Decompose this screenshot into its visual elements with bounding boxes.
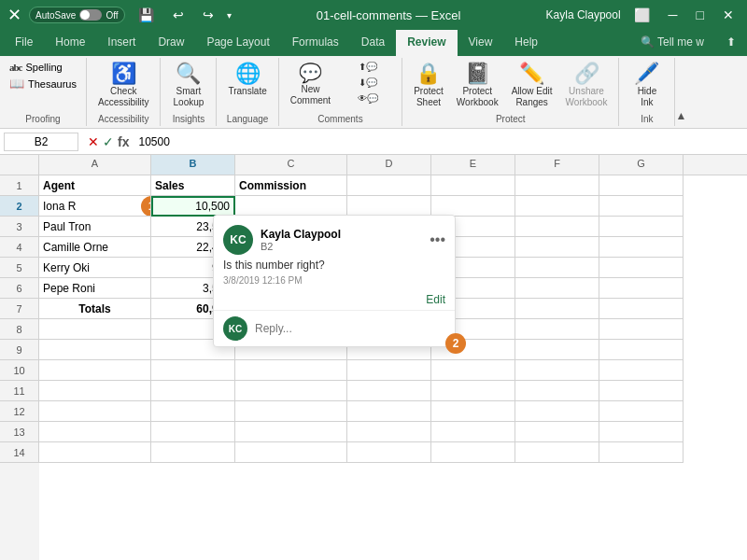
comment-edit-button[interactable]: Edit [214, 293, 455, 310]
check-accessibility-button[interactable]: ♿ CheckAccessibility [92, 60, 154, 112]
redo-button[interactable]: ↪ [197, 6, 219, 24]
row-header-7[interactable]: 7 [0, 299, 39, 319]
tell-me-box[interactable]: 🔍 Tell me w [629, 30, 715, 56]
cell-a12[interactable] [39, 401, 151, 422]
tab-view[interactable]: View [458, 30, 504, 56]
allow-edit-ranges-button[interactable]: ✏️ Allow EditRanges [506, 60, 558, 112]
cell-g5[interactable] [599, 258, 684, 278]
unshare-workbook-button[interactable]: 🔗 UnshareWorkbook [560, 60, 613, 112]
close-button[interactable]: ✕ [717, 6, 740, 24]
cell-c11[interactable] [235, 381, 347, 401]
row-header-8[interactable]: 8 [0, 319, 39, 340]
hide-ink-button[interactable]: 🖊️ HideInk [628, 60, 665, 112]
cell-g13[interactable] [599, 422, 684, 442]
insert-function-icon[interactable]: fx [118, 134, 129, 149]
cell-g8[interactable] [599, 319, 684, 340]
cell-c10[interactable] [235, 360, 347, 381]
smart-lookup-button[interactable]: 🔍 SmartLookup [168, 60, 210, 112]
maximize-button[interactable]: □ [691, 6, 710, 24]
cell-d13[interactable] [347, 422, 431, 442]
corner-cell[interactable] [0, 155, 39, 175]
undo-button[interactable]: ↩ [167, 6, 190, 24]
col-header-b[interactable]: B [151, 155, 235, 175]
next-comment-button[interactable]: ⬇💬 [340, 76, 396, 90]
tab-help[interactable]: Help [503, 30, 549, 56]
cell-g9[interactable] [599, 340, 684, 360]
cell-b12[interactable] [151, 401, 235, 422]
share-button[interactable]: ⬆ [715, 30, 747, 56]
autosave-toggle-switch[interactable] [79, 9, 102, 21]
row-header-10[interactable]: 10 [0, 360, 39, 381]
cell-a2[interactable]: Iona R 1 [39, 196, 151, 217]
cell-e1[interactable] [431, 175, 515, 196]
cell-d14[interactable] [347, 442, 431, 463]
translate-button[interactable]: 🌐 Translate [222, 60, 272, 101]
cell-c14[interactable] [235, 442, 347, 463]
cancel-formula-icon[interactable]: ✕ [88, 134, 99, 149]
cell-d10[interactable] [347, 360, 431, 381]
cell-a6[interactable]: Pepe Roni [39, 278, 151, 299]
prev-comment-button[interactable]: ⬆💬 [340, 60, 396, 74]
row-header-1[interactable]: 1 [0, 175, 39, 196]
formula-input[interactable] [134, 133, 743, 150]
row-header-9[interactable]: 9 [0, 340, 39, 360]
row-header-5[interactable]: 5 [0, 258, 39, 278]
cell-a5[interactable]: Kerry Oki [39, 258, 151, 278]
cell-g1[interactable] [599, 175, 684, 196]
row-header-12[interactable]: 12 [0, 401, 39, 422]
comment-more-button[interactable]: ••• [430, 231, 445, 248]
cell-a14[interactable] [39, 442, 151, 463]
cell-f2[interactable] [515, 196, 599, 217]
cell-c1[interactable]: Commission [235, 175, 347, 196]
ribbon-collapse-button[interactable]: ▲ [675, 109, 686, 122]
thesaurus-button[interactable]: 📖 Thesaurus [6, 75, 80, 92]
cell-g6[interactable] [599, 278, 684, 299]
tab-draw[interactable]: Draw [147, 30, 195, 56]
cell-d12[interactable] [347, 401, 431, 422]
spelling-button[interactable]: abc Spelling [6, 60, 80, 75]
cell-e11[interactable] [431, 381, 515, 401]
cell-b10[interactable] [151, 360, 235, 381]
cell-a3[interactable]: Paul Tron [39, 217, 151, 237]
cell-f1[interactable] [515, 175, 599, 196]
tab-formulas[interactable]: Formulas [281, 30, 350, 56]
cell-b2[interactable]: 10,500 [151, 196, 235, 217]
protect-sheet-button[interactable]: 🔒 ProtectSheet [408, 60, 449, 112]
ribbon-display-button[interactable]: ⬜ [628, 6, 655, 24]
cell-f14[interactable] [515, 442, 599, 463]
cell-a10[interactable] [39, 360, 151, 381]
protect-workbook-button[interactable]: 📓 ProtectWorkbook [451, 60, 504, 112]
cell-f9[interactable] [515, 340, 599, 360]
minimize-button[interactable]: ─ [663, 6, 684, 24]
cell-c2[interactable] [235, 196, 347, 217]
cell-d1[interactable] [347, 175, 431, 196]
cell-e12[interactable] [431, 401, 515, 422]
tab-file[interactable]: File [4, 30, 44, 56]
cell-g2[interactable] [599, 196, 684, 217]
col-header-f[interactable]: F [515, 155, 599, 175]
cell-c13[interactable] [235, 422, 347, 442]
cell-f8[interactable] [515, 319, 599, 340]
cell-f3[interactable] [515, 217, 599, 237]
row-header-3[interactable]: 3 [0, 217, 39, 237]
cell-g4[interactable] [599, 237, 684, 258]
cell-d2[interactable] [347, 196, 431, 217]
cell-f13[interactable] [515, 422, 599, 442]
cell-a13[interactable] [39, 422, 151, 442]
tab-pagelayout[interactable]: Page Layout [195, 30, 280, 56]
cell-b14[interactable] [151, 442, 235, 463]
col-header-g[interactable]: G [599, 155, 684, 175]
tab-home[interactable]: Home [44, 30, 96, 56]
cell-f5[interactable] [515, 258, 599, 278]
cell-e13[interactable] [431, 422, 515, 442]
confirm-formula-icon[interactable]: ✓ [103, 134, 114, 149]
cell-g14[interactable] [599, 442, 684, 463]
tab-insert[interactable]: Insert [96, 30, 147, 56]
cell-e14[interactable] [431, 442, 515, 463]
row-header-4[interactable]: 4 [0, 237, 39, 258]
col-header-d[interactable]: D [347, 155, 431, 175]
cell-f12[interactable] [515, 401, 599, 422]
row-header-2[interactable]: 2 [0, 196, 39, 217]
row-header-13[interactable]: 13 [0, 422, 39, 442]
cell-e2[interactable] [431, 196, 515, 217]
